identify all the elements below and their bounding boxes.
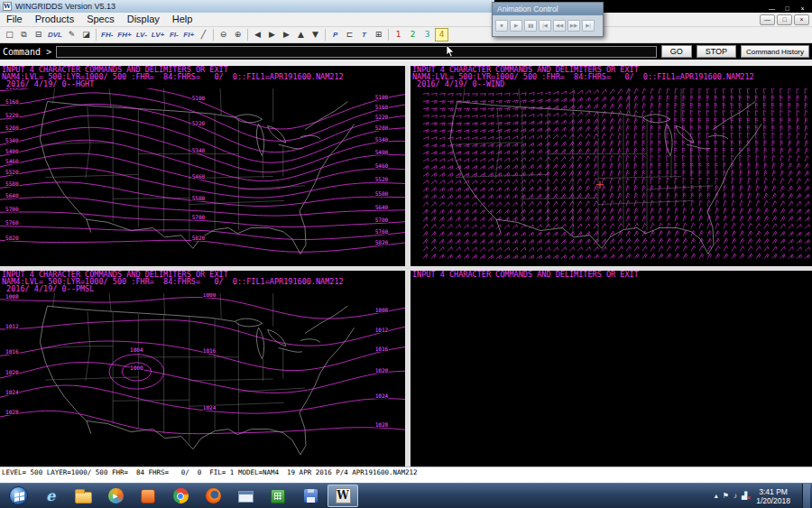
svg-text:5340: 5340 (375, 136, 389, 143)
view-2-button[interactable]: 2 (406, 28, 420, 42)
mdi-minimize-button[interactable]: — (760, 14, 775, 25)
svg-text:1004: 1004 (130, 346, 143, 353)
network-icon[interactable]: ▟✕ (742, 492, 747, 501)
menu-file[interactable]: File (0, 13, 29, 26)
copy-button[interactable]: ⧉ (17, 28, 31, 42)
dvl-button[interactable]: DVL (46, 28, 64, 42)
fh-minus-button[interactable]: FH- (99, 28, 115, 42)
c-button[interactable]: ⊏ (343, 28, 356, 42)
anim-pause-button[interactable]: ▮▮ (524, 20, 537, 32)
toolbar-separator (325, 29, 326, 41)
animation-control-window[interactable]: Animation Control ■▶▮▮|◀◀◀▶▶▶| (492, 2, 604, 37)
panel-500mb-wind[interactable]: INPUT 4 CHARACTER COMMANDS AND DELIMITER… (411, 66, 812, 266)
start-button[interactable] (3, 485, 33, 507)
anim-skip-start-button[interactable]: |◀ (539, 20, 551, 32)
anim-step-forward-button[interactable]: ▶▶ (567, 20, 580, 32)
app-icon: W (3, 2, 12, 11)
firefox-icon[interactable] (198, 485, 228, 507)
mail-app-icon-glyph (141, 489, 155, 503)
internet-explorer-icon[interactable]: e (35, 485, 66, 507)
title-bar: W WINGRIDDS Version V5.13 —□× (0, 0, 812, 13)
line-tool-button[interactable]: ╱ (197, 28, 210, 42)
mdi-maximize-button[interactable]: □ (777, 14, 792, 25)
remote-window-icon[interactable] (230, 485, 261, 507)
taskbar: eW ▴⚑♪▟✕ 3:41 PM 1/20/2018 (0, 483, 812, 508)
status-bar: LEVEL= 500 LAYER=1000/ 500 FHR= 84 FHRS=… (0, 466, 812, 483)
svg-text:5280: 5280 (5, 125, 19, 131)
toolbar-separator (213, 29, 214, 41)
svg-text:5100: 5100 (5, 88, 19, 90)
command-history-button[interactable]: Command History (741, 45, 809, 58)
panel-header-line: INPUT 4 CHARACTER COMMANDS AND DELIMITER… (411, 271, 812, 278)
system-tray: ▴⚑♪▟✕ 3:41 PM 1/20/2018 (715, 484, 812, 508)
animation-control-titlebar[interactable]: Animation Control (493, 3, 603, 15)
backup-icon[interactable] (295, 485, 326, 507)
pressure-contours (0, 298, 405, 434)
toolbar: □⧉⊟DVL✎◪FH-FH+LV-LV+FI-FI+╱⊖⊕◀▶▶▲▼P⊏T⊞12… (0, 27, 812, 43)
taskbar-clock[interactable]: 3:41 PM 1/20/2018 (751, 487, 796, 505)
svg-text:5100: 5100 (192, 95, 206, 101)
stop-button[interactable]: STOP (697, 45, 736, 58)
new-file-button[interactable]: □ (3, 28, 16, 42)
spreadsheet-icon[interactable] (263, 485, 293, 507)
command-bar: Command > GO STOP Command History (0, 43, 812, 60)
lv-minus-button[interactable]: LV- (134, 28, 149, 42)
fi-minus-button[interactable]: FI- (167, 28, 180, 42)
zoom-out-button[interactable]: ⊖ (217, 28, 230, 42)
p-button[interactable]: P (328, 28, 342, 42)
media-player-icon[interactable] (100, 485, 131, 507)
show-hidden-icons[interactable]: ▴ (715, 492, 718, 501)
down-button[interactable]: ▼ (309, 28, 322, 42)
wingridds-taskbar-icon[interactable]: W (328, 485, 358, 507)
map-coastline (450, 102, 761, 254)
menu-products[interactable]: Products (29, 13, 80, 26)
t-button[interactable]: T (357, 28, 371, 42)
menu-specs[interactable]: Specs (80, 13, 121, 26)
mail-app-icon[interactable] (133, 485, 163, 507)
file-explorer-icon[interactable] (68, 485, 98, 507)
svg-text:5820: 5820 (5, 235, 19, 241)
erase-button[interactable]: ◪ (79, 28, 93, 42)
backup-icon-glyph (304, 489, 318, 503)
view-4-button[interactable]: 4 (435, 28, 448, 42)
action-center-icon[interactable]: ⚑ (723, 492, 729, 501)
draw-button[interactable]: ✎ (65, 28, 78, 42)
panel-500mb-height[interactable]: INPUT 4 CHARACTER COMMANDS AND DELIMITER… (0, 66, 405, 266)
svg-text:1028: 1028 (375, 421, 389, 428)
panel-empty[interactable]: INPUT 4 CHARACTER COMMANDS AND DELIMITER… (411, 271, 812, 466)
lv-plus-button[interactable]: LV+ (150, 28, 166, 42)
view-1-button[interactable]: 1 (392, 28, 405, 42)
panel-pmsl[interactable]: INPUT 4 CHARACTER COMMANDS AND DELIMITER… (0, 271, 405, 466)
print-button[interactable]: ⊟ (32, 28, 45, 42)
fi-plus-button[interactable]: FI+ (181, 28, 196, 42)
map-state-borders (42, 88, 305, 242)
anim-stop-button[interactable]: ■ (495, 20, 508, 32)
menu-display[interactable]: Display (121, 13, 166, 26)
zoom-in-button[interactable]: ⊕ (231, 28, 245, 42)
anim-skip-end-button[interactable]: ▶| (582, 20, 595, 32)
svg-text:1016: 1016 (203, 347, 217, 354)
volume-icon[interactable]: ♪ (734, 492, 737, 501)
firefox-icon-glyph (206, 488, 221, 503)
up-button[interactable]: ▲ (294, 28, 308, 42)
anim-play-button[interactable]: ▶ (510, 20, 522, 32)
play-animation-button[interactable]: ▶ (265, 28, 279, 42)
command-input[interactable] (56, 46, 656, 58)
grid-view-button[interactable]: ⊞ (372, 28, 385, 42)
svg-text:5760: 5760 (375, 228, 389, 235)
svg-text:5700: 5700 (5, 206, 19, 212)
svg-text:5820: 5820 (192, 235, 206, 241)
menu-help[interactable]: Help (166, 13, 199, 26)
svg-text:5580: 5580 (375, 190, 389, 197)
anim-step-back-button[interactable]: ◀◀ (553, 20, 566, 32)
step-forward-button[interactable]: ▶ (280, 28, 293, 42)
fh-plus-button[interactable]: FH+ (115, 28, 133, 42)
step-back-button[interactable]: ◀ (251, 28, 264, 42)
go-button[interactable]: GO (661, 45, 692, 58)
svg-text:1012: 1012 (5, 323, 19, 329)
mdi-close-button[interactable]: × (794, 14, 809, 25)
chrome-icon[interactable] (165, 485, 196, 507)
view-3-button[interactable]: 3 (420, 28, 434, 42)
wingridds-window: W WINGRIDDS Version V5.13 —□× FileProduc… (0, 0, 812, 508)
show-desktop-button[interactable] (802, 484, 810, 508)
